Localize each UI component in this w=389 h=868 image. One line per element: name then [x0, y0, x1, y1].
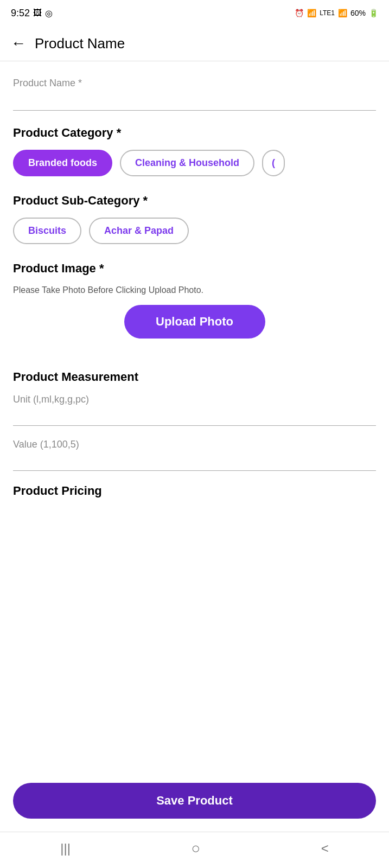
- value-input-group: Value (1,100,5): [13, 439, 376, 471]
- refresh-icon: ◎: [45, 8, 53, 18]
- value-input[interactable]: [13, 452, 376, 471]
- unit-input-group: Unit (l,ml,kg,g,pc): [13, 394, 376, 426]
- product-image-instruction: Please Take Photo Before Clicking Upload…: [13, 285, 376, 295]
- subcategory-chips-row: Biscuits Achar & Papad: [13, 218, 376, 246]
- subcategory-chip-biscuits[interactable]: Biscuits: [13, 218, 81, 244]
- chevron-right-icon: (: [272, 157, 275, 169]
- subcategory-chip-achar-papad[interactable]: Achar & Papad: [89, 218, 189, 244]
- status-bar: 9:52 🖼 ◎ ⏰ 📶 LTE1 📶 60% 🔋: [0, 0, 389, 26]
- nav-menu-icon[interactable]: |||: [60, 841, 71, 856]
- category-chip-cleaning-household[interactable]: Cleaning & Household: [120, 150, 254, 176]
- battery-icon: 60%: [350, 9, 366, 17]
- nav-back-icon[interactable]: <: [321, 841, 329, 856]
- lte-icon: LTE1: [320, 9, 335, 17]
- product-image-section: Product Image * Please Take Photo Before…: [13, 261, 376, 339]
- photo-icon: 🖼: [33, 8, 42, 18]
- wifi-icon: 📶: [307, 9, 316, 17]
- product-category-section: Product Category * Branded foods Cleanin…: [13, 126, 376, 178]
- product-subcategory-section: Product Sub-Category * Biscuits Achar & …: [13, 194, 376, 246]
- status-icons: ⏰ 📶 LTE1 📶 60% 🔋: [295, 9, 378, 17]
- product-pricing-title: Product Pricing: [13, 484, 376, 498]
- battery-symbol: 🔋: [369, 9, 378, 17]
- product-name-section: Product Name *: [13, 78, 376, 111]
- product-name-input[interactable]: [13, 92, 376, 111]
- app-bar: ← Product Name: [0, 26, 389, 61]
- alarm-icon: ⏰: [295, 9, 304, 17]
- value-label: Value (1,100,5): [13, 439, 376, 450]
- signal-icon: 📶: [338, 9, 347, 17]
- category-chips-row: Branded foods Cleaning & Household (: [13, 150, 376, 178]
- product-pricing-section: Product Pricing: [13, 484, 376, 508]
- unit-label: Unit (l,ml,kg,g,pc): [13, 394, 376, 405]
- product-subcategory-title: Product Sub-Category *: [13, 194, 376, 208]
- product-name-label: Product Name *: [13, 78, 376, 89]
- nav-home-icon[interactable]: ○: [191, 840, 200, 857]
- upload-photo-button[interactable]: Upload Photo: [124, 305, 265, 339]
- product-image-title: Product Image *: [13, 261, 376, 276]
- bottom-nav: ||| ○ <: [0, 832, 389, 868]
- category-chip-more[interactable]: (: [262, 150, 285, 176]
- page-title: Product Name: [35, 35, 125, 52]
- product-measurement-title: Product Measurement: [13, 370, 376, 384]
- main-content: Product Name * Product Category * Brande…: [0, 61, 389, 774]
- category-chip-branded-foods[interactable]: Branded foods: [13, 150, 112, 176]
- product-category-title: Product Category *: [13, 126, 376, 140]
- status-time: 9:52 🖼 ◎: [11, 8, 53, 19]
- save-product-button[interactable]: Save Product: [13, 783, 376, 819]
- back-button[interactable]: ←: [11, 35, 26, 52]
- product-measurement-section: Product Measurement Unit (l,ml,kg,g,pc) …: [13, 370, 376, 484]
- time-display: 9:52: [11, 8, 30, 19]
- save-button-container: Save Product: [0, 774, 389, 832]
- unit-input[interactable]: [13, 407, 376, 426]
